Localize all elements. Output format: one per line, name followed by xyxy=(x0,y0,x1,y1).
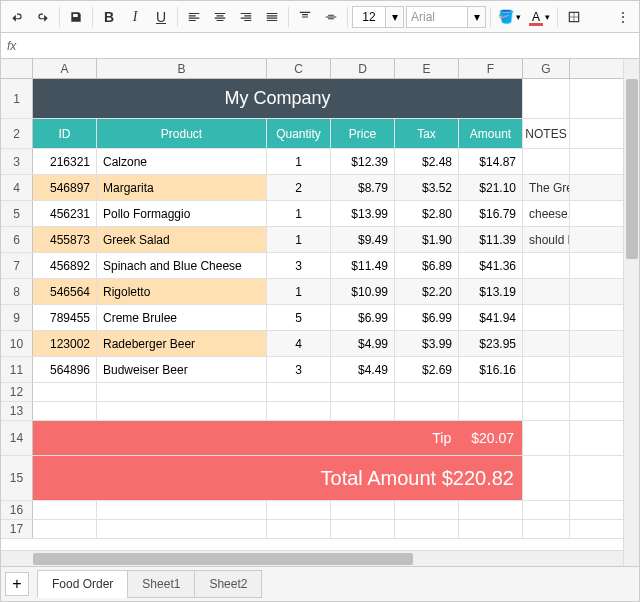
cell-tax[interactable]: $2.80 xyxy=(395,201,459,226)
cell-amount[interactable]: $14.87 xyxy=(459,149,523,174)
cell-amount[interactable]: $16.16 xyxy=(459,357,523,382)
cell-amount[interactable]: $41.94 xyxy=(459,305,523,330)
undo-button[interactable] xyxy=(5,5,29,29)
cell-amount[interactable]: $41.36 xyxy=(459,253,523,278)
header-amount[interactable]: Amount xyxy=(459,119,523,148)
cell[interactable] xyxy=(97,520,267,538)
col-header-G[interactable]: G xyxy=(523,59,570,78)
cell[interactable] xyxy=(459,402,523,420)
header-id[interactable]: ID xyxy=(33,119,97,148)
valign-middle-button[interactable] xyxy=(319,5,343,29)
cell-id[interactable]: 455873 xyxy=(33,227,97,252)
cell-product[interactable]: Margarita xyxy=(97,175,267,200)
cell[interactable] xyxy=(97,402,267,420)
cell-qty[interactable]: 2 xyxy=(267,175,331,200)
font-size-field[interactable] xyxy=(353,7,385,27)
cell[interactable] xyxy=(395,383,459,401)
cell-id[interactable]: 564896 xyxy=(33,357,97,382)
fill-color-button[interactable]: 🪣 ▾ xyxy=(495,6,524,28)
sheet-tab-food-order[interactable]: Food Order xyxy=(37,570,128,598)
cell-id[interactable]: 123002 xyxy=(33,331,97,356)
row-header-3[interactable]: 3 xyxy=(1,149,33,174)
header-price[interactable]: Price xyxy=(331,119,395,148)
cell-note[interactable]: should be w xyxy=(523,227,570,252)
horizontal-scrollbar[interactable] xyxy=(1,550,623,566)
cell[interactable] xyxy=(523,402,570,420)
cell-qty[interactable]: 1 xyxy=(267,279,331,304)
cell-tax[interactable]: $6.89 xyxy=(395,253,459,278)
cell-price[interactable]: $4.99 xyxy=(331,331,395,356)
cell-product[interactable]: Spinach and Blue Cheese xyxy=(97,253,267,278)
align-right-button[interactable] xyxy=(234,5,258,29)
sheet-tab-sheet2[interactable]: Sheet2 xyxy=(194,570,262,598)
cell-price[interactable]: $13.99 xyxy=(331,201,395,226)
cell-amount[interactable]: $23.95 xyxy=(459,331,523,356)
cell-id[interactable]: 789455 xyxy=(33,305,97,330)
row-header-12[interactable]: 12 xyxy=(1,383,33,401)
cell-note[interactable]: The Greek S xyxy=(523,175,570,200)
cell-note[interactable] xyxy=(523,305,570,330)
font-name-field[interactable] xyxy=(407,7,467,27)
cell-id[interactable]: 456892 xyxy=(33,253,97,278)
cell-tax[interactable]: $3.52 xyxy=(395,175,459,200)
cell[interactable] xyxy=(459,383,523,401)
row-header-2[interactable]: 2 xyxy=(1,119,33,148)
cell-qty[interactable]: 1 xyxy=(267,227,331,252)
cell-tax[interactable]: $3.99 xyxy=(395,331,459,356)
cell-product[interactable]: Calzone xyxy=(97,149,267,174)
cell[interactable] xyxy=(523,383,570,401)
valign-top-button[interactable] xyxy=(293,5,317,29)
cell-amount[interactable]: $13.19 xyxy=(459,279,523,304)
row-header-6[interactable]: 6 xyxy=(1,227,33,252)
cell[interactable] xyxy=(459,520,523,538)
row-header-5[interactable]: 5 xyxy=(1,201,33,226)
row-header-8[interactable]: 8 xyxy=(1,279,33,304)
cell-note[interactable]: cheese. One xyxy=(523,201,570,226)
cell[interactable] xyxy=(523,79,570,118)
vertical-scroll-thumb[interactable] xyxy=(626,79,638,259)
cell-price[interactable]: $11.49 xyxy=(331,253,395,278)
cell[interactable] xyxy=(395,402,459,420)
cell-amount[interactable]: $11.39 xyxy=(459,227,523,252)
cell-product[interactable]: Rigoletto xyxy=(97,279,267,304)
align-center-button[interactable] xyxy=(208,5,232,29)
cell-product[interactable]: Greek Salad xyxy=(97,227,267,252)
cell-price[interactable]: $4.49 xyxy=(331,357,395,382)
col-header-D[interactable]: D xyxy=(331,59,395,78)
cell[interactable] xyxy=(523,421,570,455)
select-all-corner[interactable] xyxy=(1,59,33,78)
cell-tax[interactable]: $1.90 xyxy=(395,227,459,252)
cell[interactable] xyxy=(395,520,459,538)
row-header-11[interactable]: 11 xyxy=(1,357,33,382)
cell-tax[interactable]: $2.48 xyxy=(395,149,459,174)
redo-button[interactable] xyxy=(31,5,55,29)
cell[interactable] xyxy=(97,501,267,519)
col-header-E[interactable]: E xyxy=(395,59,459,78)
cell[interactable] xyxy=(33,501,97,519)
cell-product[interactable]: Pollo Formaggio xyxy=(97,201,267,226)
toolbar-overflow-button[interactable]: ⋮ xyxy=(611,5,635,29)
cell-tax[interactable]: $2.20 xyxy=(395,279,459,304)
cell-product[interactable]: Creme Brulee xyxy=(97,305,267,330)
header-tax[interactable]: Tax xyxy=(395,119,459,148)
cell-tax[interactable]: $6.99 xyxy=(395,305,459,330)
total-cell[interactable]: Total Amount $220.82 xyxy=(33,456,523,500)
align-justify-button[interactable] xyxy=(260,5,284,29)
cell-qty[interactable]: 3 xyxy=(267,357,331,382)
row-header-13[interactable]: 13 xyxy=(1,402,33,420)
cell-price[interactable]: $8.79 xyxy=(331,175,395,200)
font-size-dropdown[interactable]: ▾ xyxy=(385,7,403,27)
title-cell[interactable]: My Company xyxy=(33,79,523,118)
col-header-A[interactable]: A xyxy=(33,59,97,78)
cell[interactable] xyxy=(33,402,97,420)
row-header-7[interactable]: 7 xyxy=(1,253,33,278)
cell-qty[interactable]: 3 xyxy=(267,253,331,278)
cell[interactable] xyxy=(523,456,570,500)
underline-button[interactable]: U xyxy=(149,5,173,29)
cell[interactable] xyxy=(267,520,331,538)
row-header-16[interactable]: 16 xyxy=(1,501,33,519)
cell[interactable] xyxy=(331,501,395,519)
row-header-15[interactable]: 15 xyxy=(1,456,33,500)
cell-note[interactable] xyxy=(523,279,570,304)
cell-note[interactable] xyxy=(523,149,570,174)
